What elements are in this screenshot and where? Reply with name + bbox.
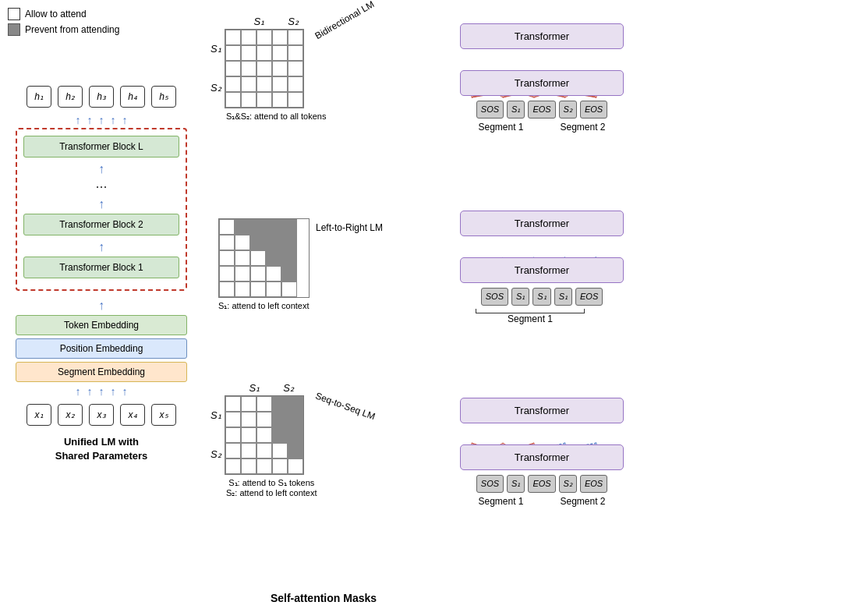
seq2seq-desc2: S₂: attend to left context — [226, 488, 317, 498]
legend-gray-box — [8, 23, 20, 36]
legend-prevent: Prevent from attending — [8, 23, 119, 36]
diagram2: Transformer Transformer SOS S₁ S₁ S₁ EOS… — [460, 211, 624, 324]
left-panel: Allow to attend Prevent from attending h… — [8, 8, 195, 608]
output-h5: h₅ — [151, 86, 176, 108]
masks-caption: Self-attention Masks — [195, 592, 452, 604]
token-eos1: EOS — [528, 101, 555, 119]
output-arrows: ↑↑↑↑↑ — [16, 114, 187, 126]
diag2-tokens: SOS S₁ S₁ S₁ EOS — [460, 288, 624, 306]
ltr-label: Left-to-Right LM — [316, 222, 383, 233]
bidir-mask-grid — [225, 29, 304, 108]
main-container: Allow to attend Prevent from attending h… — [0, 0, 842, 616]
bidirectional-section: S₁ S₂ S₁ S₂ — [210, 16, 326, 122]
bidir-s2-row-label: S₂ — [210, 82, 221, 94]
input-x3: x₃ — [89, 404, 114, 426]
dots: ··· — [23, 179, 179, 195]
seq2seq-s1-row-label: S₁ — [210, 409, 221, 421]
diag1-bottom-transformer: Transformer — [460, 70, 624, 96]
token-sos3: SOS — [476, 475, 504, 493]
ltr-section: S₁: attend to left context — [218, 218, 310, 311]
seq2seq-label: Seq-to-Seq LM — [314, 390, 377, 422]
token-s1-2c: S₁ — [554, 288, 572, 306]
diagram1: Transformer Transformer SOS S₁ EOS S₂ EO… — [460, 23, 624, 133]
legend-allow-label: Allow to attend — [25, 9, 87, 19]
seq2seq-s1-col-label: S₁ — [249, 382, 260, 394]
token-s2-3: S₂ — [559, 475, 577, 493]
token-eos3b: EOS — [580, 475, 607, 493]
output-row: h₁ h₂ h₃ h₄ h₅ — [16, 86, 187, 108]
diag1-tokens: SOS S₁ EOS S₂ EOS — [460, 101, 624, 119]
position-embedding-block: Position Embedding — [16, 338, 187, 359]
arch-diagram: h₁ h₂ h₃ h₄ h₅ ↑↑↑↑↑ Transformer Block L… — [16, 86, 187, 463]
token-s1-2a: S₁ — [511, 288, 529, 306]
diag2-top-transformer: Transformer — [460, 211, 624, 236]
legend: Allow to attend Prevent from attending — [8, 8, 119, 36]
diag3-tokens: SOS S₁ EOS S₂ EOS — [460, 475, 624, 493]
bidir-s1-col-label: S₁ — [254, 16, 265, 27]
transformer-blocks-container: Transformer Block L ↑ ··· ↑ Transformer … — [16, 128, 187, 291]
seq2seq-s2-row-label: S₂ — [210, 448, 221, 460]
token-sos1: SOS — [476, 101, 504, 119]
diag1-seg-labels: Segment 1 Segment 2 — [460, 122, 624, 133]
legend-allow: Allow to attend — [8, 8, 119, 20]
arrow-L-to-dots: ↑ — [23, 162, 179, 176]
seq2seq-desc1: S₁: attend to S₁ tokens — [226, 478, 317, 488]
output-h1: h₁ — [27, 86, 51, 108]
bidir-s2-col-label: S₂ — [288, 16, 299, 27]
bidir-desc: S₁&S₂: attend to all tokens — [226, 112, 326, 122]
arrow-dots-to-2: ↑ — [23, 197, 179, 211]
transformer-block-2: Transformer Block 2 — [23, 214, 179, 235]
arrow-emb-to-block: ↑ — [16, 299, 187, 313]
diag2-seg-labels: Segment 1 — [437, 309, 624, 324]
input-x1: x₁ — [27, 404, 51, 426]
input-x4: x₄ — [120, 404, 145, 426]
ltr-mask-grid — [218, 218, 310, 298]
output-h3: h₃ — [89, 86, 114, 108]
token-eos3: EOS — [528, 475, 555, 493]
token-s1-1: S₁ — [507, 101, 525, 119]
input-arrows: ↑↑↑↑↑ — [16, 385, 187, 398]
diag3-seg-labels: Segment 1 Segment 2 — [460, 496, 624, 507]
diagram3: Transformer Transformer SOS S₁ EOS S₂ EO… — [460, 398, 624, 507]
legend-white-box — [8, 8, 20, 20]
token-s1-2b: S₁ — [532, 288, 550, 306]
seq2seq-section: S₁ S₂ S₁ S₂ — [210, 382, 317, 498]
input-x2: x₂ — [58, 404, 83, 426]
diag1-top-transformer: Transformer — [460, 23, 624, 49]
seq2seq-mask-grid — [225, 395, 304, 475]
right-panel: Transformer Transformer SOS S₁ EOS S₂ EO… — [452, 8, 834, 608]
token-embedding-block: Token Embedding — [16, 315, 187, 335]
output-h4: h₄ — [120, 86, 145, 108]
token-s1-3: S₁ — [507, 475, 525, 493]
token-sos2: SOS — [481, 288, 508, 306]
segment-embedding-block: Segment Embedding — [16, 362, 187, 382]
middle-panel: S₁ S₂ S₁ S₂ — [195, 8, 452, 608]
seq2seq-s2-col-label: S₂ — [283, 382, 294, 394]
diag3-bottom-transformer: Transformer — [460, 444, 624, 470]
legend-prevent-label: Prevent from attending — [25, 24, 119, 35]
ltr-desc: S₁: attend to left context — [218, 301, 310, 311]
bidir-s1-row-label: S₁ — [210, 43, 221, 55]
token-s2-1: S₂ — [559, 101, 577, 119]
input-x5: x₅ — [151, 404, 176, 426]
arrow-2-to-1: ↑ — [23, 240, 179, 254]
transformer-block-1: Transformer Block 1 — [23, 257, 179, 278]
input-row: x₁ x₂ x₃ x₄ x₅ — [16, 404, 187, 426]
arch-caption: Unified LM with Shared Parameters — [16, 435, 187, 463]
diag3-top-transformer: Transformer — [460, 398, 624, 423]
transformer-block-L: Transformer Block L — [23, 136, 179, 158]
token-eos1b: EOS — [580, 101, 607, 119]
token-eos2: EOS — [575, 288, 603, 306]
output-h2: h₂ — [58, 86, 83, 108]
diag2-bottom-transformer: Transformer — [460, 257, 624, 283]
